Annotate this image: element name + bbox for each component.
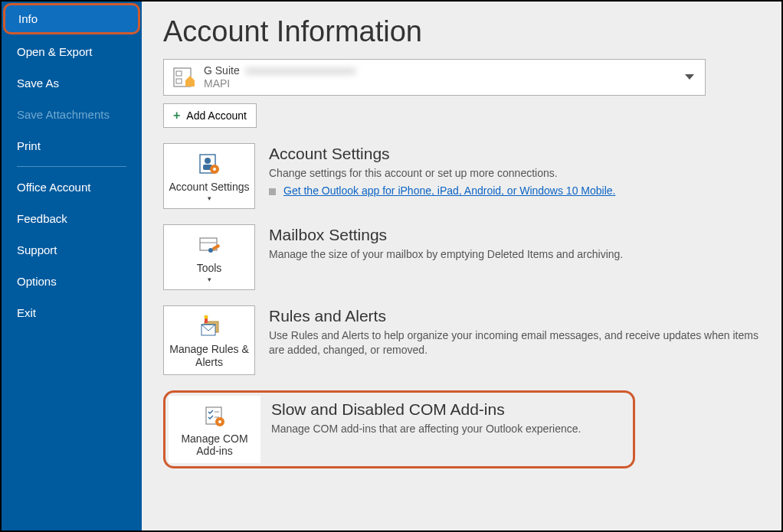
svg-point-24 <box>218 420 221 423</box>
sidebar-item-office-account[interactable]: Office Account <box>2 171 142 203</box>
rules-alerts-icon <box>169 314 250 340</box>
page-title: Account Information <box>163 15 758 48</box>
sidebar-item-exit[interactable]: Exit <box>2 297 142 328</box>
svg-point-10 <box>213 168 216 171</box>
section-title: Mailbox Settings <box>269 226 758 244</box>
svg-rect-4 <box>185 80 195 86</box>
mailbox-icon <box>172 65 196 90</box>
sidebar-item-options[interactable]: Options <box>2 266 142 297</box>
sidebar-item-label: Feedback <box>17 212 67 225</box>
main-content: Account Information G Suite xxxxxxxxxxxx… <box>142 2 781 530</box>
section-title: Rules and Alerts <box>269 307 758 325</box>
sidebar-item-label: Office Account <box>17 181 90 194</box>
section-rules-alerts: Manage Rules & Alerts Rules and Alerts U… <box>163 305 758 374</box>
sidebar-item-label: Support <box>17 243 57 256</box>
sidebar-item-print[interactable]: Print <box>2 130 142 162</box>
sidebar-item-label: Save As <box>17 77 59 90</box>
account-settings-icon <box>169 152 250 178</box>
sidebar-item-label: Print <box>17 139 41 152</box>
sidebar: Info Open & Export Save As Save Attachme… <box>2 2 142 530</box>
manage-rules-btn-label: Manage Rules & Alerts <box>169 343 250 367</box>
sidebar-divider <box>17 166 126 167</box>
add-account-button[interactable]: + Add Account <box>163 103 257 128</box>
svg-point-14 <box>208 248 213 253</box>
section-title: Slow and Disabled COM Add-ins <box>271 400 630 419</box>
account-text: G Suite xxxxxxxxxxxxxxxxxx MAPI <box>204 64 356 90</box>
sidebar-item-feedback[interactable]: Feedback <box>2 203 142 234</box>
plus-icon: + <box>173 109 180 122</box>
account-dropdown[interactable]: G Suite xxxxxxxxxxxxxxxxxx MAPI <box>163 59 706 96</box>
section-mailbox-settings: Tools▾ Mailbox Settings Manage the size … <box>163 224 758 290</box>
addins-highlight: Manage COM Add-ins Slow and Disabled COM… <box>163 390 635 468</box>
sidebar-item-save-as[interactable]: Save As <box>2 67 142 99</box>
sidebar-item-save-attachments: Save Attachments <box>2 99 142 130</box>
manage-rules-button[interactable]: Manage Rules & Alerts <box>163 305 255 374</box>
chevron-down-icon <box>685 74 694 80</box>
chevron-down-icon: ▾ <box>169 194 250 202</box>
bullet-icon <box>269 188 276 195</box>
tools-btn-label: Tools▾ <box>169 262 250 283</box>
sidebar-item-support[interactable]: Support <box>2 234 142 266</box>
section-account-settings: Account Settings▾ Account Settings Chang… <box>163 143 758 209</box>
sidebar-item-info[interactable]: Info <box>3 3 140 34</box>
chevron-down-icon: ▾ <box>169 276 250 283</box>
sidebar-item-label: Save Attachments <box>17 108 110 121</box>
section-desc: Use Rules and Alerts to help organize yo… <box>269 328 758 357</box>
manage-com-addins-btn-label: Manage COM Add-ins <box>173 432 256 457</box>
sidebar-item-label: Info <box>18 12 38 25</box>
manage-com-addins-button[interactable]: Manage COM Add-ins <box>169 396 260 463</box>
account-name-prefix: G Suite <box>204 64 240 77</box>
section-desc: Manage COM add-ins that are affecting yo… <box>271 422 630 436</box>
account-email-blurred: xxxxxxxxxxxxxxxxxx <box>246 64 356 77</box>
sidebar-item-open-export[interactable]: Open & Export <box>2 36 142 67</box>
tools-icon <box>169 233 250 259</box>
get-outlook-app-link[interactable]: Get the Outlook app for iPhone, iPad, An… <box>283 184 615 197</box>
add-account-label: Add Account <box>186 109 247 122</box>
account-settings-btn-label: Account Settings▾ <box>169 181 250 202</box>
sidebar-item-label: Exit <box>17 306 36 319</box>
section-desc: Change settings for this account or set … <box>269 166 758 181</box>
account-settings-button[interactable]: Account Settings▾ <box>163 143 255 209</box>
svg-point-7 <box>205 158 211 164</box>
sidebar-item-label: Open & Export <box>17 45 92 58</box>
section-title: Account Settings <box>269 145 758 163</box>
com-addins-icon <box>173 403 256 429</box>
sidebar-item-label: Options <box>17 275 57 288</box>
svg-marker-5 <box>685 74 694 80</box>
tools-button[interactable]: Tools▾ <box>163 224 255 290</box>
section-desc: Manage the size of your mailbox by empty… <box>269 247 758 262</box>
account-protocol: MAPI <box>204 77 356 90</box>
